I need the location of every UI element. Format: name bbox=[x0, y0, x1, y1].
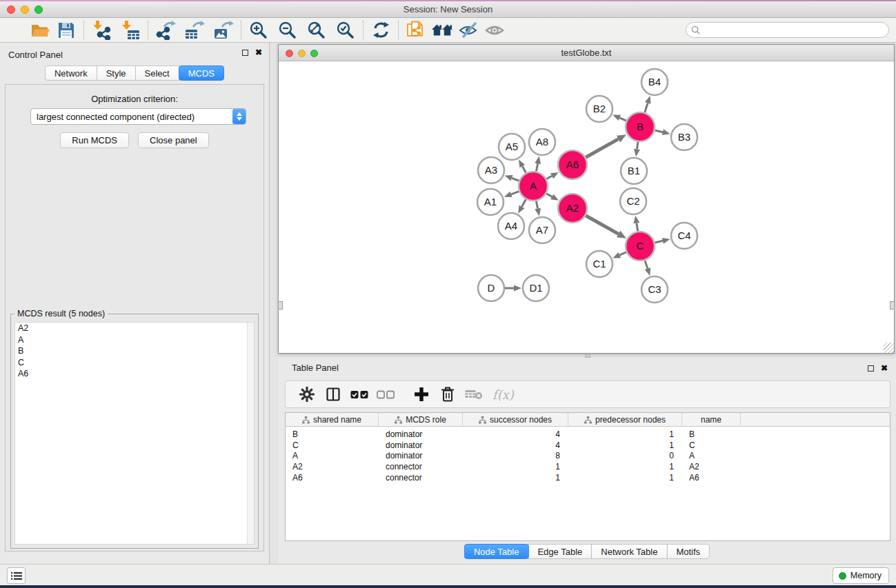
graph-edge-A-A8[interactable] bbox=[536, 163, 537, 171]
show-all-icon[interactable] bbox=[484, 20, 506, 41]
graph-edge-B-B3[interactable] bbox=[655, 130, 662, 132]
hide-selected-icon[interactable] bbox=[457, 20, 479, 41]
graph-edge-C-C3[interactable] bbox=[645, 261, 648, 269]
column-header-MCDS-role[interactable]: MCDS role bbox=[379, 413, 463, 427]
zoom-selected-icon[interactable] bbox=[335, 20, 357, 41]
delete-column-trash-icon[interactable] bbox=[439, 385, 457, 403]
close-table-panel-icon[interactable]: ✖ bbox=[881, 365, 888, 372]
export-image-icon[interactable] bbox=[212, 20, 235, 41]
zoom-fit-icon[interactable] bbox=[306, 20, 328, 41]
graph-edge-C-C4[interactable] bbox=[655, 241, 662, 243]
table-row[interactable]: Cdominator41C bbox=[286, 440, 890, 451]
graph-node-A4[interactable]: A4 bbox=[498, 213, 524, 239]
mcds-result-item[interactable]: A6 bbox=[15, 368, 254, 380]
graph-node-A7[interactable]: A7 bbox=[529, 217, 555, 243]
graph-node-B4[interactable]: B4 bbox=[641, 69, 668, 95]
function-builder-icon[interactable]: f(x) bbox=[492, 387, 514, 402]
table-tab-node-table[interactable]: Node Table bbox=[464, 544, 529, 559]
graph-node-D1[interactable]: D1 bbox=[523, 275, 549, 301]
graph-node-C1[interactable]: C1 bbox=[586, 251, 613, 277]
graph-node-C2[interactable]: C2 bbox=[620, 188, 646, 214]
mcds-result-item[interactable]: C bbox=[15, 357, 254, 369]
graph-edge-B-B4[interactable] bbox=[645, 103, 648, 112]
graph-edge-A-A4[interactable] bbox=[521, 199, 526, 207]
split-divider-handle[interactable] bbox=[585, 354, 590, 358]
zoom-out-icon[interactable] bbox=[277, 20, 299, 41]
table-row[interactable]: Adominator80A bbox=[286, 451, 890, 462]
apply-layout-icon[interactable] bbox=[370, 20, 392, 41]
graph-node-A[interactable]: A bbox=[519, 172, 548, 201]
graph-edge-A-A5[interactable] bbox=[522, 166, 526, 173]
search-input[interactable] bbox=[703, 23, 888, 37]
mcds-result-item[interactable]: A bbox=[15, 334, 254, 346]
column-header-predecessor-nodes[interactable]: predecessor nodes bbox=[568, 413, 682, 427]
close-panel-button[interactable]: Close panel bbox=[138, 132, 209, 148]
deselect-all-rows-icon[interactable] bbox=[377, 385, 395, 403]
delete-table-icon[interactable] bbox=[465, 385, 483, 403]
graph-node-B2[interactable]: B2 bbox=[586, 96, 613, 122]
save-session-icon[interactable] bbox=[55, 20, 77, 41]
table-tab-network-table[interactable]: Network Table bbox=[591, 544, 667, 559]
table-row[interactable]: A2connector11A2 bbox=[286, 461, 890, 472]
scrollbar[interactable] bbox=[247, 323, 254, 544]
graph-node-A2[interactable]: A2 bbox=[558, 194, 587, 223]
create-column-plus-icon[interactable] bbox=[412, 385, 430, 403]
close-panel-icon[interactable]: ✖ bbox=[255, 49, 262, 56]
table-settings-gear-icon[interactable] bbox=[298, 385, 316, 403]
window-edge-grip[interactable] bbox=[890, 301, 895, 310]
column-header-shared-name[interactable]: shared name bbox=[286, 413, 379, 427]
export-table-icon[interactable] bbox=[183, 20, 206, 41]
graph-node-C4[interactable]: C4 bbox=[671, 223, 697, 249]
mcds-result-item[interactable]: B bbox=[15, 345, 254, 357]
graph-edge-A6-B[interactable] bbox=[586, 139, 618, 158]
graph-node-D[interactable]: D bbox=[478, 275, 504, 301]
graph-edge-B-B1[interactable] bbox=[637, 142, 637, 150]
graph-edge-B-B2[interactable] bbox=[619, 118, 626, 121]
column-header-name[interactable]: name bbox=[682, 413, 741, 427]
graph-node-B[interactable]: B bbox=[626, 112, 655, 141]
float-table-panel-icon[interactable] bbox=[868, 365, 874, 372]
mcds-result-item[interactable]: A2 bbox=[15, 323, 254, 334]
select-all-rows-icon[interactable] bbox=[350, 385, 368, 403]
graph-node-A5[interactable]: A5 bbox=[499, 134, 525, 160]
network-window-titlebar[interactable]: testGlobe.txt bbox=[279, 45, 894, 61]
graph-node-B1[interactable]: B1 bbox=[621, 158, 647, 184]
memory-button[interactable]: Memory bbox=[833, 567, 889, 584]
import-network-icon[interactable] bbox=[90, 20, 112, 41]
graph-edge-A-A7[interactable] bbox=[536, 201, 537, 209]
window-edge-grip[interactable] bbox=[278, 301, 283, 310]
open-session-icon[interactable] bbox=[29, 20, 51, 41]
graph-edge-A-A6[interactable] bbox=[546, 176, 552, 179]
zoom-in-icon[interactable] bbox=[248, 20, 270, 41]
graph-edge-A-A1[interactable] bbox=[511, 192, 519, 194]
float-panel-icon[interactable] bbox=[242, 50, 248, 56]
tab-mcds[interactable]: MCDS bbox=[179, 65, 224, 81]
export-network-icon[interactable] bbox=[155, 20, 177, 41]
first-neighbors-icon[interactable] bbox=[431, 20, 453, 41]
graph-edge-A-A3[interactable] bbox=[512, 178, 519, 181]
show-columns-icon[interactable] bbox=[324, 385, 342, 403]
table-row[interactable]: A6connector11A6 bbox=[286, 472, 890, 483]
tab-select[interactable]: Select bbox=[135, 65, 179, 81]
graph-edge-C-C1[interactable] bbox=[619, 252, 626, 255]
search-field[interactable] bbox=[686, 22, 889, 38]
graph-node-C[interactable]: C bbox=[626, 232, 655, 261]
graph-edge-C-C2[interactable] bbox=[637, 223, 638, 232]
graph-node-A1[interactable]: A1 bbox=[477, 189, 504, 215]
graph-edge-A2-C[interactable] bbox=[586, 216, 618, 234]
graph-node-A3[interactable]: A3 bbox=[478, 157, 504, 183]
graph-node-B3[interactable]: B3 bbox=[671, 124, 697, 150]
network-canvas[interactable]: B4B2BB3B1A5A8A6A3AA1C2A2A4A7CC4C1C3DD1 bbox=[279, 61, 894, 353]
column-header-successor-nodes[interactable]: successor nodes bbox=[463, 413, 568, 427]
window-resize-grip[interactable] bbox=[884, 343, 894, 353]
run-mcds-button[interactable]: Run MCDS bbox=[60, 132, 129, 148]
table-tab-edge-table[interactable]: Edge Table bbox=[528, 544, 592, 559]
graph-node-C3[interactable]: C3 bbox=[641, 276, 668, 303]
new-network-from-selection-icon[interactable] bbox=[405, 20, 427, 41]
graph-node-A6[interactable]: A6 bbox=[558, 150, 587, 179]
table-tab-motifs[interactable]: Motifs bbox=[666, 544, 710, 559]
graph-edge-A-A2[interactable] bbox=[546, 194, 552, 197]
criterion-dropdown[interactable]: largest connected component (directed) bbox=[30, 108, 246, 125]
tab-network[interactable]: Network bbox=[45, 65, 97, 81]
task-history-button[interactable] bbox=[7, 567, 26, 584]
